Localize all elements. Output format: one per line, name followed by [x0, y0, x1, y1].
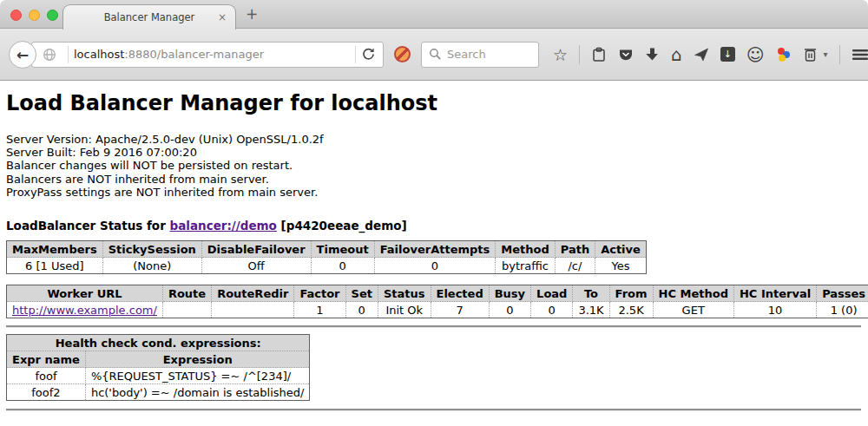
- table-cell: (None): [102, 258, 201, 274]
- url-domain: localhost: [74, 48, 124, 61]
- proxypass-notice-line: ProxyPass settings are NOT inherited fro…: [6, 186, 861, 199]
- expr-name-cell: foof2: [7, 384, 86, 401]
- url-bar[interactable]: localhost:8880/balancer-manager: [31, 42, 384, 68]
- video-download-extension-icon[interactable]: ↓: [720, 47, 735, 62]
- table-cell: /c/: [555, 258, 595, 274]
- table-header-row: Expr name Expression: [7, 351, 310, 368]
- search-bar[interactable]: Search: [421, 42, 539, 68]
- server-built-line: Server Built: Feb 9 2016 07:00:20: [6, 146, 861, 159]
- table-cell: Init Ok: [378, 302, 431, 318]
- browser-window: Balancer Manager × + ← localhost:8880/ba…: [0, 0, 868, 426]
- worker-url-link[interactable]: http://www.example.com/: [12, 304, 157, 317]
- address-text[interactable]: localhost:8880/balancer-manager: [74, 48, 350, 61]
- table-cell: 0: [311, 258, 374, 274]
- tab-balancer-manager[interactable]: Balancer Manager ×: [62, 4, 236, 29]
- bookmark-star-icon[interactable]: ☆: [553, 47, 568, 62]
- table-cell: 10: [733, 302, 816, 318]
- page-content: Load Balancer Manager for localhost Serv…: [0, 81, 868, 411]
- minimize-window-button[interactable]: [29, 10, 40, 21]
- column-header: Factor: [294, 285, 345, 302]
- reload-icon[interactable]: [361, 47, 376, 62]
- home-icon[interactable]: ⌂: [671, 47, 682, 62]
- status-prefix: LoadBalancer Status for: [6, 219, 170, 233]
- downloads-icon[interactable]: [645, 47, 660, 62]
- table-cell: 3.1K: [573, 302, 609, 318]
- table-title-row: Health check cond. expressions:: [7, 335, 310, 351]
- expr-name-cell: foof: [7, 368, 86, 384]
- new-tab-button[interactable]: +: [246, 7, 258, 22]
- table-cell: 0: [531, 302, 573, 318]
- column-header: Expr name: [7, 351, 86, 368]
- column-header: Active: [595, 241, 647, 258]
- search-icon: [429, 48, 442, 61]
- column-header: Expression: [85, 351, 310, 368]
- column-header: Path: [555, 241, 595, 258]
- bookmarks-menu-icon[interactable]: [591, 47, 607, 62]
- page-title: Load Balancer Manager for localhost: [6, 91, 861, 115]
- colored-dots-extension-icon[interactable]: [776, 47, 792, 62]
- table-header-row: MaxMembers StickySession DisableFailover…: [7, 241, 647, 258]
- column-header: Timeout: [311, 241, 374, 258]
- back-button[interactable]: ←: [9, 41, 36, 69]
- column-header: HC Interval: [733, 285, 816, 302]
- column-header: Worker URL: [7, 285, 163, 302]
- expression-cell: hc('body') =~ /domain is established/: [85, 384, 310, 401]
- table-cell: 0: [345, 302, 378, 318]
- container-extension-icon[interactable]: [803, 47, 818, 62]
- column-header: StickySession: [102, 241, 201, 258]
- tab-close-icon[interactable]: ×: [218, 11, 227, 23]
- table-cell: Off: [201, 258, 311, 274]
- expression-cell: %{REQUEST_STATUS} =~ /^[234]/: [85, 368, 310, 384]
- tab-title: Balancer Manager: [104, 11, 195, 23]
- health-check-table: Health check cond. expressions: Expr nam…: [6, 334, 310, 401]
- navigation-toolbar: ← localhost:8880/balancer-manager Search…: [0, 29, 868, 81]
- table-cell: 1 (0): [817, 302, 868, 318]
- inherit-notice-line: Balancers are NOT inherited from main se…: [6, 173, 861, 186]
- balancer-settings-table: MaxMembers StickySession DisableFailover…: [6, 240, 647, 274]
- balancer-demo-link[interactable]: balancer://demo: [170, 219, 277, 233]
- table-header-row: Worker URL Route RouteRedir Factor Set S…: [7, 285, 868, 302]
- url-path: :8880/balancer-manager: [124, 48, 264, 61]
- column-header: DisableFailover: [201, 241, 311, 258]
- plugin-blocked-icon[interactable]: [394, 46, 411, 62]
- table-cell: 7: [431, 302, 489, 318]
- toolbar-divider: [579, 45, 580, 64]
- search-placeholder: Search: [447, 48, 486, 61]
- smiley-extension-icon[interactable]: ☺: [746, 47, 765, 62]
- urlbar-divider: [68, 46, 69, 63]
- column-header: From: [609, 285, 653, 302]
- table-cell: GET: [653, 302, 733, 318]
- overflow-caret-icon[interactable]: ▾: [824, 49, 828, 59]
- column-header: MaxMembers: [7, 241, 103, 258]
- table-cell: 6 [1 Used]: [7, 258, 103, 274]
- toolbar-divider: [839, 45, 840, 64]
- page-bottom-divider: [6, 409, 861, 411]
- table-row: foof2 hc('body') =~ /domain is establish…: [7, 384, 310, 401]
- title-bar: Balancer Manager × +: [0, 0, 868, 29]
- column-header: Busy: [489, 285, 530, 302]
- zoom-window-button[interactable]: [47, 10, 58, 21]
- column-header: HC Method: [653, 285, 733, 302]
- column-header: RouteRedir: [212, 285, 294, 302]
- send-tab-icon[interactable]: [694, 47, 709, 62]
- table-cell: Yes: [595, 258, 647, 274]
- loadbalancer-status-heading: LoadBalancer Status for balancer://demo …: [6, 219, 861, 233]
- globe-icon: [43, 48, 56, 62]
- table-cell: [162, 302, 211, 318]
- menu-hamburger-icon[interactable]: [852, 48, 868, 62]
- table-cell: 2.5K: [609, 302, 653, 318]
- column-header: Method: [496, 241, 555, 258]
- column-header: Passes: [817, 285, 868, 302]
- health-table-title: Health check cond. expressions:: [7, 335, 310, 351]
- persist-notice-line: Balancer changes will NOT be persisted o…: [6, 159, 861, 172]
- column-header: Set: [345, 285, 378, 302]
- window-controls: [10, 10, 58, 21]
- pocket-icon[interactable]: [618, 47, 634, 62]
- close-window-button[interactable]: [10, 10, 22, 21]
- server-info: Server Version: Apache/2.5.0-dev (Unix) …: [6, 133, 861, 199]
- column-header: Load: [531, 285, 573, 302]
- section-divider: [6, 325, 861, 328]
- table-row: foof %{REQUEST_STATUS} =~ /^[234]/: [7, 368, 310, 384]
- toolbar-icons: ☆ ⌂ ↓ ☺ ▾: [553, 45, 868, 64]
- table-cell: [212, 302, 294, 318]
